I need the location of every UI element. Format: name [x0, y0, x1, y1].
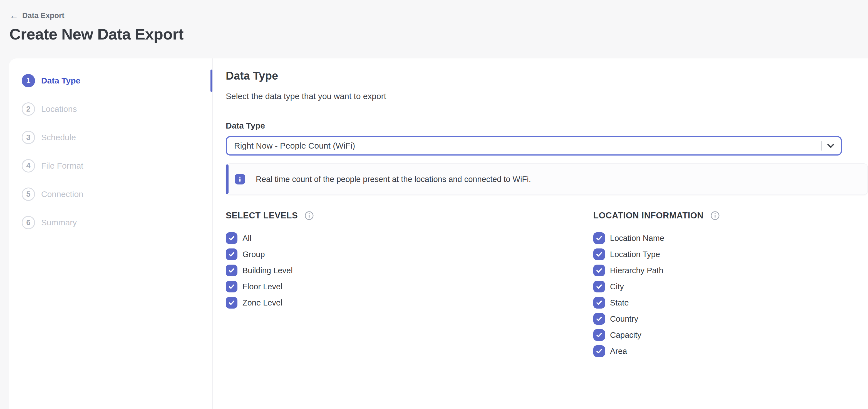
checkbox-row-state[interactable]: State [593, 297, 868, 309]
checkbox-label: City [610, 282, 624, 291]
check-icon [228, 251, 235, 258]
check-icon [228, 283, 235, 290]
checkbox[interactable] [593, 345, 605, 357]
step-content: Data Type Select the data type that you … [213, 58, 868, 409]
location-information-section: LOCATION INFORMATION Location Name Locat… [593, 211, 868, 361]
stepper-sidebar: 1 Data Type 2 Locations 3 Schedule 4 Fil… [9, 58, 212, 409]
data-type-select-value: Right Now - People Count (WiFi) [234, 141, 355, 150]
select-levels-title: SELECT LEVELS [226, 211, 298, 221]
step-number-badge: 4 [22, 159, 35, 173]
step-label: Connection [41, 189, 84, 199]
location-information-header: LOCATION INFORMATION [593, 211, 868, 221]
checkbox[interactable] [593, 232, 605, 244]
step-item-file-format[interactable]: 4 File Format [9, 159, 212, 173]
checkbox-row-floor-level[interactable]: Floor Level [226, 281, 593, 292]
checkbox-label: State [610, 298, 629, 308]
checkbox-row-capacity[interactable]: Capacity [593, 329, 868, 341]
check-icon [595, 235, 603, 242]
step-number: 1 [26, 77, 30, 85]
active-step-indicator [211, 69, 212, 92]
step-number: 6 [26, 218, 30, 227]
info-note: Real time count of the people present at… [226, 163, 868, 195]
checkbox-label: All [242, 234, 251, 243]
select-levels-section: SELECT LEVELS All Group [226, 211, 593, 361]
check-icon [228, 299, 235, 306]
checkbox-label: Country [610, 314, 638, 324]
options-columns: SELECT LEVELS All Group [226, 211, 868, 361]
step-label: Summary [41, 218, 77, 227]
check-icon [595, 283, 603, 290]
step-number-badge: 5 [22, 187, 35, 201]
step-label: Data Type [41, 76, 80, 85]
check-icon [228, 235, 235, 242]
checkbox-row-location-type[interactable]: Location Type [593, 249, 868, 260]
checkbox-row-building-level[interactable]: Building Level [226, 265, 593, 276]
checkbox[interactable] [593, 297, 605, 309]
check-icon [595, 331, 603, 339]
check-icon [595, 348, 603, 355]
data-type-select[interactable]: Right Now - People Count (WiFi) [226, 136, 842, 155]
checkbox-label: Location Name [610, 234, 664, 243]
chevron-down-icon [826, 141, 836, 151]
checkbox-row-country[interactable]: Country [593, 313, 868, 325]
step-item-connection[interactable]: 5 Connection [9, 187, 212, 201]
check-icon [228, 267, 235, 274]
select-levels-list: All Group Building Level Floor Level [226, 232, 593, 309]
checkbox[interactable] [226, 297, 238, 309]
checkbox[interactable] [226, 265, 238, 276]
location-information-list: Location Name Location Type Hierarchy Pa… [593, 232, 868, 357]
checkbox-row-city[interactable]: City [593, 281, 868, 292]
select-levels-header: SELECT LEVELS [226, 211, 593, 221]
checkbox[interactable] [593, 249, 605, 260]
checkbox-row-zone-level[interactable]: Zone Level [226, 297, 593, 309]
back-link[interactable]: ← Data Export [9, 11, 64, 20]
top-bar: ← Data Export Create New Data Export [0, 0, 868, 42]
checkbox[interactable] [593, 265, 605, 276]
checkbox-label: Capacity [610, 330, 642, 340]
checkbox-label: Building Level [242, 266, 293, 275]
step-item-summary[interactable]: 6 Summary [9, 216, 212, 229]
section-subtitle: Select the data type that you want to ex… [226, 91, 868, 101]
checkbox[interactable] [226, 232, 238, 244]
checkbox-label: Group [242, 250, 265, 259]
location-information-title: LOCATION INFORMATION [593, 211, 704, 221]
info-icon [235, 174, 245, 184]
checkbox-label: Hierarchy Path [610, 266, 663, 275]
check-icon [595, 251, 603, 258]
note-accent-bar [226, 165, 228, 194]
checkbox-row-group[interactable]: Group [226, 249, 593, 260]
checkbox[interactable] [593, 281, 605, 292]
page-title: Create New Data Export [9, 26, 868, 42]
checkbox[interactable] [593, 313, 605, 325]
section-title: Data Type [226, 69, 868, 82]
checkbox[interactable] [226, 281, 238, 292]
step-number: 4 [26, 162, 30, 170]
step-item-data-type[interactable]: 1 Data Type [9, 74, 212, 87]
step-item-schedule[interactable]: 3 Schedule [9, 131, 212, 144]
back-arrow-icon: ← [9, 11, 18, 20]
step-number: 2 [26, 105, 30, 114]
step-number: 5 [26, 190, 30, 199]
wizard-card: 1 Data Type 2 Locations 3 Schedule 4 Fil… [9, 58, 868, 409]
checkbox[interactable] [226, 249, 238, 260]
checkbox-label: Zone Level [242, 298, 282, 308]
checkbox-row-all[interactable]: All [226, 232, 593, 244]
check-icon [595, 315, 603, 322]
check-icon [595, 267, 603, 274]
select-divider [821, 141, 822, 150]
checkbox-row-location-name[interactable]: Location Name [593, 232, 868, 244]
back-link-label: Data Export [22, 11, 64, 20]
step-label: Schedule [41, 133, 76, 142]
step-number-badge: 3 [22, 131, 35, 144]
data-type-field-label: Data Type [226, 121, 868, 130]
select-levels-info-icon[interactable] [304, 211, 314, 221]
checkbox-row-area[interactable]: Area [593, 345, 868, 357]
check-icon [595, 299, 603, 306]
location-information-info-icon[interactable] [710, 211, 720, 221]
step-item-locations[interactable]: 2 Locations [9, 103, 212, 116]
checkbox-label: Location Type [610, 250, 660, 259]
checkbox[interactable] [593, 329, 605, 341]
step-number: 3 [26, 133, 30, 142]
checkbox-row-hierarchy-path[interactable]: Hierarchy Path [593, 265, 868, 276]
checkbox-label: Area [610, 347, 627, 356]
